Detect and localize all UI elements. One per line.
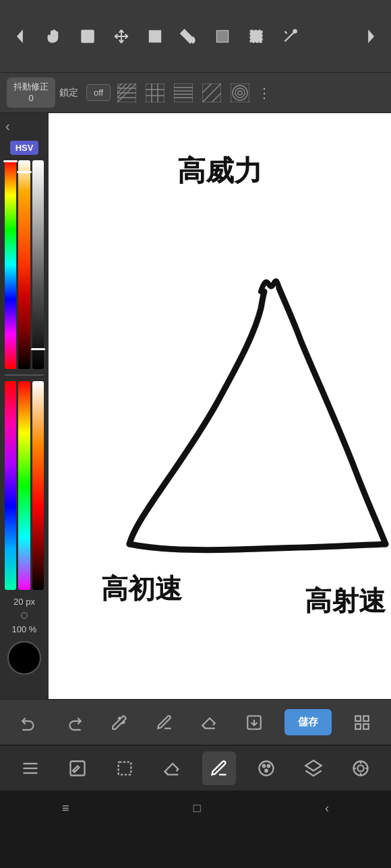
stabilizer-button[interactable]: 抖動修正 0 xyxy=(7,77,55,108)
svg-point-48 xyxy=(265,769,268,772)
android-nav: ≡ □ ‹ xyxy=(0,791,391,826)
hand-tool-icon[interactable] xyxy=(39,22,69,51)
stabilizer-value: 0 xyxy=(28,93,33,103)
svg-line-13 xyxy=(117,84,122,88)
text-top: 高威力 xyxy=(177,155,262,187)
color-swatch[interactable] xyxy=(7,641,41,675)
svg-rect-1 xyxy=(82,30,93,42)
more-options-icon[interactable]: ⋮ xyxy=(258,85,271,101)
eyedropper-button[interactable] xyxy=(104,708,134,737)
pattern-slash-icon[interactable] xyxy=(200,81,224,105)
lock-bar: 抖動修正 0 鎖定 off xyxy=(0,73,391,113)
next-toolbar-icon[interactable] xyxy=(356,22,386,51)
hsv-tab[interactable]: HSV xyxy=(10,141,39,155)
svg-rect-22 xyxy=(174,84,193,102)
pattern-horizontal-icon[interactable] xyxy=(171,81,196,105)
color-rect-tool-icon[interactable] xyxy=(208,22,237,51)
svg-rect-17 xyxy=(146,84,164,102)
lasso-tool-icon[interactable] xyxy=(241,22,271,51)
pattern-circle-icon[interactable] xyxy=(228,81,252,105)
undo-button[interactable] xyxy=(14,708,44,737)
hue-slider[interactable] xyxy=(5,160,16,369)
svg-line-28 xyxy=(202,84,212,93)
svg-line-6 xyxy=(284,31,287,33)
canvas-drawing[interactable]: 高威力 高初速 高射速 xyxy=(49,113,391,699)
svg-marker-8 xyxy=(369,30,374,42)
svg-point-47 xyxy=(268,764,270,767)
wand-tool-icon[interactable] xyxy=(275,22,305,51)
nav-layers-button[interactable] xyxy=(297,752,330,785)
fill-rect-tool-icon[interactable] xyxy=(140,22,170,51)
svg-rect-37 xyxy=(363,716,369,721)
nav-edit-button[interactable] xyxy=(61,752,94,785)
android-menu-button[interactable]: ≡ xyxy=(62,801,69,815)
svg-rect-36 xyxy=(355,716,361,721)
svg-rect-3 xyxy=(216,30,228,42)
prev-icon[interactable] xyxy=(5,22,35,51)
lock-label: 鎖定 xyxy=(59,87,78,99)
svg-line-29 xyxy=(212,93,221,102)
hue-slider-b[interactable] xyxy=(5,381,16,590)
svg-rect-31 xyxy=(231,84,249,102)
nav-erase-button[interactable] xyxy=(155,752,189,785)
svg-rect-2 xyxy=(149,30,160,42)
redo-button[interactable] xyxy=(59,708,89,737)
eraser-button[interactable] xyxy=(194,708,224,737)
lock-off-button[interactable]: off xyxy=(86,84,111,101)
svg-rect-39 xyxy=(363,724,369,729)
stabilizer-label: 抖動修正 xyxy=(13,81,49,92)
text-right: 高射速 xyxy=(305,586,387,615)
move-tool-icon[interactable] xyxy=(107,22,136,51)
nav-brush-button[interactable] xyxy=(202,752,236,785)
main-area: ‹ HSV 20 px 100 % 高威力 xyxy=(0,113,391,699)
android-back-button[interactable]: ‹ xyxy=(325,801,329,815)
brush-size-label: 20 px xyxy=(13,597,35,607)
svg-marker-49 xyxy=(305,760,321,770)
svg-point-46 xyxy=(263,764,266,767)
svg-point-7 xyxy=(293,30,296,32)
nav-settings-button[interactable] xyxy=(344,752,378,785)
svg-marker-0 xyxy=(18,30,23,42)
android-home-button[interactable]: □ xyxy=(193,801,201,815)
svg-rect-44 xyxy=(119,762,131,774)
bottom-nav xyxy=(0,745,391,791)
canvas-area[interactable]: 高威力 高初速 高射速 xyxy=(49,113,391,699)
select-rect-tool-icon[interactable] xyxy=(73,22,102,51)
color-sliders-bottom[interactable] xyxy=(5,381,44,590)
grid-button[interactable] xyxy=(347,708,377,737)
opacity-label: 100 % xyxy=(12,624,37,634)
value-slider[interactable] xyxy=(32,160,44,369)
pattern-diagonal-icon[interactable] xyxy=(115,81,139,105)
nav-selection-button[interactable] xyxy=(108,752,142,785)
nav-palette-button[interactable] xyxy=(249,752,283,785)
top-toolbar xyxy=(0,0,391,73)
svg-rect-38 xyxy=(355,724,361,729)
save-button[interactable]: 儲存 xyxy=(284,709,332,735)
svg-rect-4 xyxy=(250,30,262,42)
paint-bucket-tool-icon[interactable] xyxy=(174,22,204,51)
svg-point-33 xyxy=(235,88,245,98)
svg-point-51 xyxy=(357,765,363,771)
sat-slider-b[interactable] xyxy=(18,381,30,590)
color-sliders-top[interactable] xyxy=(5,160,44,369)
action-bar: 儲存 xyxy=(0,699,391,745)
pen-button[interactable] xyxy=(150,708,179,737)
nav-menu-button[interactable] xyxy=(13,752,47,785)
text-left: 高初速 xyxy=(101,574,183,603)
brush-size-preview xyxy=(21,612,28,619)
color-panel: ‹ HSV 20 px 100 % xyxy=(0,113,49,699)
pattern-grid-icon[interactable] xyxy=(143,81,167,105)
svg-point-34 xyxy=(238,91,242,95)
panel-back-icon[interactable]: ‹ xyxy=(5,119,10,134)
saturation-slider[interactable] xyxy=(18,160,30,369)
svg-line-30 xyxy=(202,84,221,102)
color-divider xyxy=(5,374,44,376)
export-button[interactable] xyxy=(239,708,269,737)
val-slider-b[interactable] xyxy=(32,381,44,590)
svg-point-45 xyxy=(260,761,274,775)
